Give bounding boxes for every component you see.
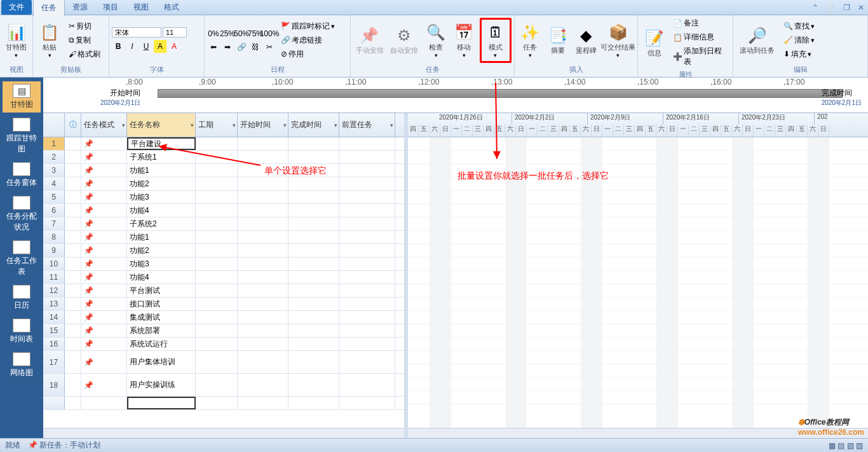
- row-info[interactable]: [65, 351, 81, 373]
- row-duration[interactable]: [196, 298, 238, 310]
- row-mode[interactable]: 📌: [81, 164, 127, 177]
- bold-button[interactable]: B: [112, 40, 125, 53]
- row-info[interactable]: [65, 177, 81, 190]
- table-row[interactable]: 12📌平台测试: [43, 284, 404, 298]
- paste-button[interactable]: 📋粘贴▾: [36, 20, 64, 61]
- status-mode[interactable]: 📌 新任务：手动计划: [28, 440, 100, 451]
- row-start[interactable]: [238, 204, 288, 217]
- row-pred[interactable]: [339, 298, 395, 310]
- table-row[interactable]: 14📌集成测试: [43, 311, 404, 324]
- row-finish[interactable]: [288, 244, 339, 257]
- row-name[interactable]: 功能1: [127, 231, 196, 243]
- row-duration[interactable]: [196, 204, 238, 217]
- row-start[interactable]: [238, 338, 288, 350]
- row-start[interactable]: [238, 191, 288, 203]
- row-name[interactable]: 功能4: [127, 271, 196, 284]
- underline-button[interactable]: U: [140, 40, 153, 53]
- row-duration[interactable]: [196, 177, 238, 190]
- row-info[interactable]: [65, 217, 81, 230]
- row-finish[interactable]: [288, 164, 339, 177]
- row-index[interactable]: 15: [43, 324, 65, 337]
- row-mode[interactable]: 📌: [81, 137, 127, 150]
- row-duration[interactable]: [196, 311, 238, 324]
- table-row[interactable]: 2📌子系统1: [43, 151, 404, 164]
- row-pred[interactable]: [339, 324, 395, 337]
- tab-resource[interactable]: 资源: [65, 0, 95, 15]
- cut-button[interactable]: ✂剪切: [66, 20, 103, 33]
- table-row[interactable]: 3📌功能1: [43, 164, 404, 177]
- row-duration[interactable]: [196, 351, 238, 373]
- row-info[interactable]: [65, 284, 81, 297]
- row-start[interactable]: [238, 311, 288, 324]
- row-mode[interactable]: 📌: [81, 191, 127, 203]
- row-name[interactable]: 子系统1: [127, 151, 196, 163]
- view-timeline[interactable]: ▭时间表: [3, 316, 41, 347]
- row-index[interactable]: 2: [43, 151, 65, 163]
- row-index[interactable]: 12: [43, 284, 65, 297]
- col-header-name[interactable]: 任务名称▾: [127, 113, 196, 137]
- row-start[interactable]: [238, 151, 288, 163]
- row-duration[interactable]: [196, 217, 238, 230]
- pct-50-button[interactable]: 50%: [235, 27, 248, 40]
- table-row[interactable]: 17📌用户集体培训: [43, 351, 404, 374]
- row-info[interactable]: [65, 151, 81, 163]
- table-row[interactable]: 9📌功能2: [43, 244, 404, 257]
- table-row[interactable]: 11📌功能4: [43, 271, 404, 284]
- row-index[interactable]: 17: [43, 351, 65, 373]
- row-name[interactable]: 系统部署: [127, 324, 196, 337]
- row-start[interactable]: [238, 271, 288, 284]
- row-start[interactable]: [238, 244, 288, 257]
- row-index[interactable]: 9: [43, 244, 65, 257]
- table-row[interactable]: 10📌功能3: [43, 257, 404, 271]
- col-header-finish[interactable]: 完成时间▾: [288, 113, 339, 137]
- row-pred[interactable]: [339, 164, 395, 177]
- row-info[interactable]: [65, 311, 81, 324]
- col-header-info[interactable]: ⓘ: [65, 113, 81, 137]
- row-index[interactable]: 18: [43, 374, 65, 396]
- minimize-ribbon-icon[interactable]: ⌃: [808, 3, 822, 12]
- add-timeline-button[interactable]: ➕添加到日程表: [670, 45, 730, 69]
- row-info[interactable]: [65, 204, 81, 217]
- table-row[interactable]: 4📌功能2: [43, 177, 404, 191]
- row-name[interactable]: 功能2: [127, 244, 196, 257]
- row-info[interactable]: [65, 338, 81, 350]
- row-index[interactable]: 10: [43, 257, 65, 270]
- row-finish[interactable]: [288, 284, 339, 297]
- pct-100-button[interactable]: 100%: [263, 27, 276, 40]
- pct-0-button[interactable]: 0%: [207, 27, 220, 40]
- row-pred[interactable]: [339, 257, 395, 270]
- outdent-button[interactable]: ⬅: [207, 41, 220, 53]
- row-finish[interactable]: [288, 298, 339, 310]
- italic-button[interactable]: I: [126, 40, 139, 53]
- row-duration[interactable]: [196, 284, 238, 297]
- timeline-bar[interactable]: [158, 89, 843, 98]
- row-mode[interactable]: 📌: [81, 351, 127, 373]
- row-info[interactable]: [65, 231, 81, 243]
- row-duration[interactable]: [196, 257, 238, 270]
- row-start[interactable]: [238, 298, 288, 310]
- close-icon[interactable]: ✕: [854, 3, 868, 12]
- row-name[interactable]: 功能3: [127, 191, 196, 203]
- view-gantt[interactable]: ▤甘特图: [3, 81, 41, 113]
- indent-button[interactable]: ➡: [221, 41, 234, 53]
- row-pred[interactable]: [339, 191, 395, 203]
- grid-horizontal-scrollbar[interactable]: [43, 428, 404, 438]
- view-task-usage[interactable]: ▦任务分配状况: [3, 193, 41, 235]
- table-row[interactable]: 7📌子系统2: [43, 217, 404, 231]
- row-index[interactable]: 6: [43, 204, 65, 217]
- row-pred[interactable]: [339, 137, 395, 150]
- link-button[interactable]: 🔗: [235, 41, 248, 53]
- row-finish[interactable]: [288, 204, 339, 217]
- row-index[interactable]: 4: [43, 177, 65, 190]
- restore-icon[interactable]: ❐: [839, 3, 854, 12]
- details-button[interactable]: 📋详细信息: [670, 31, 730, 44]
- milestone-button[interactable]: ◆里程碑: [573, 23, 599, 58]
- col-header-index[interactable]: [43, 113, 65, 137]
- row-start[interactable]: [238, 374, 288, 396]
- table-row[interactable]: 8📌功能1: [43, 231, 404, 244]
- find-button[interactable]: 🔍查找▾: [781, 20, 817, 33]
- row-info[interactable]: [65, 164, 81, 177]
- row-mode[interactable]: 📌: [81, 298, 127, 310]
- row-info[interactable]: [65, 257, 81, 270]
- row-finish[interactable]: [288, 338, 339, 350]
